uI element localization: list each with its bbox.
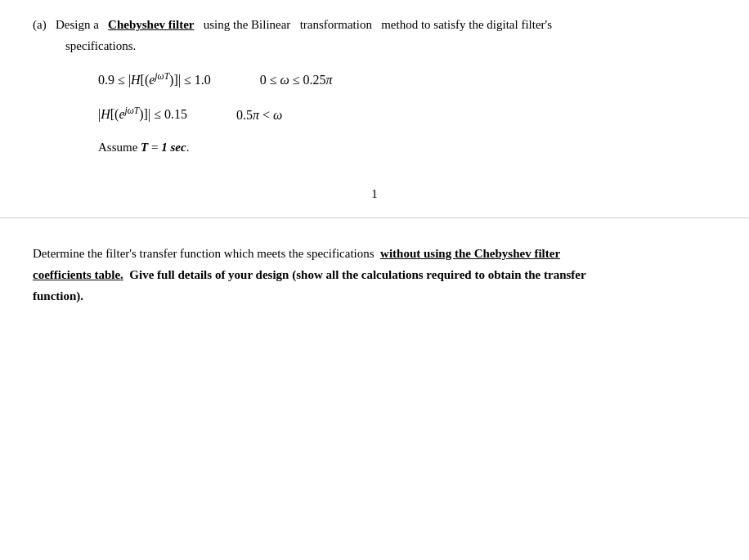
T-value: 1 sec <box>161 141 186 154</box>
eq1-expression: 0.9 ≤ |H[(ejωT)]| ≤ 1.0 <box>98 71 211 87</box>
bottom-text-1: Determine the filter's transfer function… <box>33 247 374 260</box>
bottom-bold-underline-1: without using the Chebyshev filter <box>380 247 560 260</box>
eq1-condition: 0 ≤ ω ≤ 0.25π <box>260 73 333 87</box>
page-number-area: 1 <box>33 187 716 201</box>
page-number: 1 <box>371 187 378 200</box>
page-top-section: (a) Design a Chebyshev filter using the … <box>0 0 749 217</box>
equation-1-row: 0.9 ≤ |H[(ejωT)]| ≤ 1.0 0 ≤ ω ≤ 0.25π <box>98 71 716 87</box>
eq2-condition: 0.5π < ω <box>236 108 282 123</box>
intro-line: (a) Design a Chebyshev filter using the … <box>33 15 716 34</box>
T-variable: T <box>141 141 148 154</box>
intro-text-3: method to satisfy the digital filter's <box>381 18 552 31</box>
bottom-text-3: function). <box>33 289 83 302</box>
intro-text-2: using the Bilinear <box>204 18 291 31</box>
assume-label: Assume <box>98 141 137 154</box>
bottom-section: Determine the filter's transfer function… <box>0 218 749 324</box>
specs-label: specifications. <box>65 39 136 52</box>
bottom-bold-underline-2: coefficients table. <box>33 268 123 281</box>
transformation-word: transformation <box>300 18 372 31</box>
bottom-text: Determine the filter's transfer function… <box>33 243 716 307</box>
part-label: (a) <box>33 18 47 31</box>
equations-block: 0.9 ≤ |H[(ejωT)]| ≤ 1.0 0 ≤ ω ≤ 0.25π |H… <box>98 71 716 155</box>
equals-sign: = <box>151 141 161 154</box>
chebyshev-label: Chebyshev filter <box>108 18 194 31</box>
eq2-expression: |H[(ejωT)]| ≤ 0.15 <box>98 105 187 122</box>
equation-2-row: |H[(ejωT)]| ≤ 0.15 0.5π < ω <box>98 105 716 122</box>
bottom-text-2: Give full details of your design (show a… <box>129 268 585 281</box>
specs-indent: specifications. <box>65 39 716 53</box>
assume-line: Assume T = 1 sec. <box>98 141 716 155</box>
intro-text-1: Design a <box>56 18 99 31</box>
